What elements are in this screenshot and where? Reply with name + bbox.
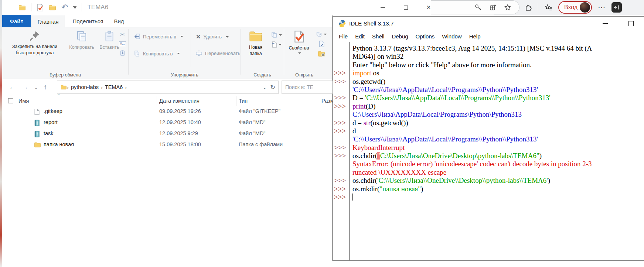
file-name[interactable]: .gitkeep: [44, 108, 62, 114]
file-row[interactable]: папка новая15.09.2025 18:00Папка с файла…: [2, 140, 332, 151]
folder-shortcut-icon[interactable]: [49, 4, 56, 11]
console-prompt-empty: [333, 168, 349, 177]
cut-scissors-icon[interactable]: ✂: [120, 31, 125, 38]
favorites-hub-icon[interactable]: [544, 3, 552, 11]
python-icon: [338, 20, 346, 28]
new-folder-button[interactable]: Новая папка: [242, 30, 269, 57]
console-line: SyntaxError: (unicode error) 'unicodeesc…: [352, 160, 644, 168]
dropdown-caret-icon: [298, 52, 301, 54]
menu-file[interactable]: File: [335, 33, 351, 40]
window-folder-icon: [18, 4, 26, 11]
tab-view[interactable]: Вид: [110, 15, 128, 27]
checkmark-document-icon[interactable]: [37, 4, 44, 11]
file-name[interactable]: task: [44, 130, 54, 136]
idle-minimize-button[interactable]: [596, 17, 614, 31]
edge-menu-dots-icon[interactable]: ⋯: [598, 3, 606, 12]
paste-shortcut-icon[interactable]: [119, 49, 126, 57]
copy-label: Копировать: [69, 44, 94, 51]
copy-to-button[interactable]: Копировать в: [134, 50, 180, 57]
delete-button[interactable]: ✕ Удалить: [196, 33, 229, 40]
console-line: os.getcwd(): [352, 78, 644, 86]
sidebar-toggle-icon[interactable]: [611, 2, 622, 13]
idle-title-text: IDLE Shell 3.13.7: [349, 20, 394, 27]
console-prompt: >>>: [333, 185, 349, 193]
forward-icon[interactable]: →: [21, 79, 28, 95]
minimize-button[interactable]: [371, 0, 394, 15]
address-dropdown-caret-icon[interactable]: ⌄: [263, 85, 267, 90]
crumb-python-labs[interactable]: python-labs: [69, 84, 101, 90]
properties-button[interactable]: Свойства: [286, 30, 312, 54]
tab-file[interactable]: Файл: [2, 15, 31, 27]
tab-home[interactable]: Главная: [31, 15, 65, 28]
refresh-icon[interactable]: ↻: [270, 84, 275, 91]
dropdown-caret-icon: [279, 44, 282, 45]
menu-edit[interactable]: Edit: [351, 33, 368, 40]
crumb-tema6[interactable]: ТЕМА6: [103, 84, 125, 90]
inner-separator: [191, 32, 191, 67]
menu-window[interactable]: Window: [438, 33, 465, 40]
copy-path-icon[interactable]: \\...: [119, 41, 126, 46]
console-line: runcated \UXXXXXXXX escape: [352, 168, 644, 177]
menu-help[interactable]: Help: [466, 33, 484, 40]
notebook-icon: [34, 120, 41, 126]
pin-quick-access-button[interactable]: Закрепить на панели быстрого доступа: [5, 30, 64, 56]
menu-debug[interactable]: Debug: [388, 33, 412, 40]
idle-window: IDLE Shell 3.13.7 FileEditShellDebugOpti…: [333, 16, 644, 261]
back-icon[interactable]: ←: [9, 79, 16, 95]
search-input[interactable]: Поиск в: ТЕ: [282, 81, 334, 94]
menu-options[interactable]: Options: [412, 33, 439, 40]
idle-console[interactable]: >>>>>> >>>>>> >>>>>> >>>>>> >>>>>>>>> Py…: [333, 42, 644, 260]
group-label-open: Открыть: [284, 72, 332, 78]
notebook-icon: [34, 131, 41, 137]
group-label-clipboard: Буфер обмена: [2, 72, 128, 78]
ribbon-tabs: Файл Главная Поделиться Вид: [2, 15, 332, 27]
easy-access-button[interactable]: [272, 41, 282, 48]
rename-icon: [196, 50, 202, 56]
breadcrumb[interactable]: › python-labs › ТЕМА6 › ⌄ ↻: [57, 81, 279, 94]
menu-shell[interactable]: Shell: [368, 33, 388, 40]
column-size[interactable]: Разм: [321, 98, 334, 104]
address-folder-icon: [57, 85, 67, 90]
signin-button[interactable]: Вход: [558, 1, 592, 14]
rename-button[interactable]: Переименовать: [196, 50, 240, 56]
column-type[interactable]: Тип: [239, 98, 248, 104]
console-line: Enter "help" below or click "Help" above…: [352, 61, 644, 69]
password-key-icon[interactable]: [474, 3, 482, 11]
file-row[interactable]: .gitkeep09.09.2025 19:26Файл "GITKEEP": [2, 106, 332, 117]
select-all-checkbox[interactable]: [8, 98, 13, 103]
copy-to-icon: [134, 50, 140, 57]
edit-page-icon[interactable]: [318, 41, 324, 47]
collections-icon[interactable]: [489, 3, 497, 11]
address-row: ← → ⌄ ↑ › python-labs › ТЕМА6 › ⌄ ↻ Поис…: [2, 79, 332, 95]
file-row[interactable]: report12.09.2025 10:40Файл "MD": [2, 117, 332, 129]
file-name[interactable]: report: [44, 119, 58, 125]
extensions-puzzle-icon[interactable]: [524, 3, 532, 11]
move-to-button[interactable]: Переместить в: [134, 33, 183, 40]
console-prompt: >>>: [333, 127, 349, 135]
file-name[interactable]: папка новая: [44, 141, 74, 147]
copy-button[interactable]: Копировать: [66, 30, 98, 51]
maximize-button[interactable]: [394, 0, 417, 15]
console-line: print(D): [352, 102, 644, 110]
edit-button[interactable]: [316, 31, 327, 37]
crumb-chevron: ›: [125, 84, 127, 90]
dropdown-caret-icon: [180, 36, 183, 37]
console-text[interactable]: Python 3.13.7 (tags/v3.13.7:bcee1c3, Aug…: [352, 42, 644, 260]
column-name[interactable]: Имя: [18, 98, 29, 104]
column-headers: ⌃ Имя Дата изменения Тип Разм: [2, 95, 332, 108]
file-row[interactable]: task12.09.2025 9:29Файл "MD": [2, 129, 332, 140]
paste-button[interactable]: Вставить: [98, 30, 121, 51]
history-folder-icon[interactable]: [318, 51, 325, 57]
idle-maximize-button[interactable]: [622, 17, 640, 31]
ribbon-group-create: Новая папка Создать: [241, 27, 284, 79]
qat-customize-icon[interactable]: [73, 6, 76, 9]
divider: [31, 3, 31, 11]
recent-locations-caret-icon[interactable]: ⌄: [34, 79, 38, 95]
column-date[interactable]: Дата изменения: [159, 98, 200, 104]
open-small-buttons: [316, 31, 327, 57]
tab-share[interactable]: Поделиться: [70, 15, 106, 27]
up-icon[interactable]: ↑: [44, 79, 47, 95]
undo-icon[interactable]: ↶: [61, 3, 68, 11]
favorites-star-icon[interactable]: [504, 3, 512, 11]
new-item-button[interactable]: [271, 32, 282, 38]
